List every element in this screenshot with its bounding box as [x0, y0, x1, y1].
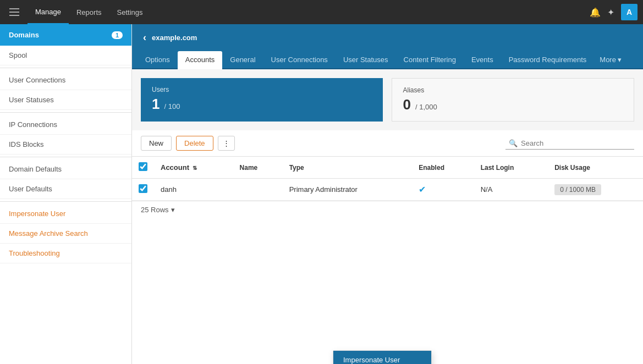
- rows-dropdown-icon[interactable]: ▾: [171, 206, 175, 214]
- aliases-value-row: 0 / 1,000: [403, 96, 623, 113]
- sidebar-item-impersonate-user[interactable]: Impersonate User: [0, 204, 131, 224]
- search-box: 🔍: [505, 137, 634, 150]
- nav-reports[interactable]: Reports: [69, 0, 109, 24]
- sidebar-divider-3: [0, 157, 131, 157]
- context-menu-impersonate-user[interactable]: Impersonate User: [333, 351, 431, 364]
- tab-more[interactable]: More ▾: [594, 51, 627, 68]
- tab-accounts[interactable]: Accounts: [178, 51, 222, 69]
- tab-user-statuses[interactable]: User Statuses: [336, 51, 396, 69]
- domain-name: example.com: [152, 34, 197, 42]
- sidebar-item-troubleshooting[interactable]: Troubleshooting: [0, 244, 131, 263]
- menu-icon[interactable]: [6, 3, 23, 21]
- sidebar-item-ids-blocks[interactable]: IDS Blocks: [0, 135, 131, 155]
- tab-options[interactable]: Options: [138, 51, 178, 69]
- context-menu: Impersonate User Enable Disable Expire P…: [333, 350, 432, 364]
- sidebar-item-user-statuses[interactable]: User Statuses: [0, 90, 131, 110]
- more-actions-button[interactable]: ⋮: [218, 136, 235, 151]
- sidebar-item-user-defaults[interactable]: User Defaults: [0, 179, 131, 199]
- toolbar: New Delete ⋮ 🔍: [132, 130, 643, 157]
- gear-icon[interactable]: ✦: [607, 7, 614, 18]
- aliases-label: Aliases: [403, 86, 623, 94]
- accounts-table: Account ⇅ Name Type Enabled Last Login D…: [132, 157, 643, 201]
- content-area: ‹ example.com Options Accounts General U…: [132, 24, 643, 364]
- col-disk-usage: Disk Usage: [548, 157, 643, 179]
- users-stat-card: Users 1 / 100: [141, 78, 383, 122]
- col-account: Account ⇅: [154, 157, 233, 179]
- search-icon: 🔍: [509, 139, 518, 147]
- sidebar: Domains 1 Spool User Connections User St…: [0, 24, 132, 364]
- sidebar-item-user-connections[interactable]: User Connections: [0, 70, 131, 90]
- cell-type: Primary Administrator: [283, 179, 413, 201]
- tab-content-filtering[interactable]: Content Filtering: [396, 51, 464, 69]
- cell-account[interactable]: danh: [154, 179, 233, 201]
- chevron-down-icon: ▾: [618, 56, 622, 64]
- stats-row: Users 1 / 100 Aliases 0 / 1,000: [132, 69, 643, 130]
- domain-header: ‹ example.com: [132, 24, 643, 51]
- users-label: Users: [152, 86, 372, 93]
- tab-events[interactable]: Events: [464, 51, 501, 69]
- user-avatar[interactable]: A: [621, 4, 637, 20]
- col-type: Type: [283, 157, 413, 179]
- sidebar-divider-4: [0, 201, 131, 202]
- rows-footer: 25 Rows ▾: [132, 201, 643, 218]
- row-checkbox[interactable]: [139, 184, 147, 193]
- sidebar-domains-button[interactable]: Domains 1: [0, 24, 131, 46]
- top-nav: Manage Reports Settings 🔔 ✦ A: [0, 0, 643, 24]
- table-area: Account ⇅ Name Type Enabled Last Login D…: [132, 157, 643, 364]
- users-sub: / 100: [164, 102, 180, 111]
- users-value: 1: [152, 96, 160, 113]
- nav-settings[interactable]: Settings: [109, 0, 151, 24]
- svg-rect-2: [9, 15, 19, 16]
- cell-disk-usage: 0 / 1000 MB: [548, 179, 643, 201]
- col-name: Name: [233, 157, 283, 179]
- sidebar-divider-2: [0, 112, 131, 113]
- col-last-login: Last Login: [474, 157, 548, 179]
- disk-usage-bar: 0 / 1000 MB: [554, 184, 601, 195]
- domain-back-button[interactable]: ‹: [143, 32, 146, 43]
- col-enabled: Enabled: [412, 157, 474, 179]
- sidebar-item-ip-connections[interactable]: IP Connections: [0, 115, 131, 135]
- sidebar-item-domain-defaults[interactable]: Domain Defaults: [0, 159, 131, 179]
- aliases-sub: / 1,000: [415, 103, 437, 111]
- enabled-check-icon: ✔: [419, 185, 426, 194]
- cell-name: [233, 179, 283, 201]
- tab-bar: Options Accounts General User Connection…: [132, 51, 643, 69]
- domains-badge: 1: [112, 31, 123, 39]
- bell-icon[interactable]: 🔔: [590, 7, 601, 18]
- search-input[interactable]: [521, 139, 631, 147]
- stat-gap: [383, 78, 392, 122]
- sidebar-item-message-archive-search[interactable]: Message Archive Search: [0, 224, 131, 244]
- main-layout: Domains 1 Spool User Connections User St…: [0, 24, 643, 364]
- svg-rect-0: [9, 8, 19, 9]
- tab-user-connections[interactable]: User Connections: [263, 51, 336, 69]
- aliases-value: 0: [403, 96, 411, 113]
- tab-general[interactable]: General: [222, 51, 263, 69]
- sidebar-item-spool[interactable]: Spool: [0, 46, 131, 65]
- delete-button[interactable]: Delete: [176, 136, 213, 151]
- new-button[interactable]: New: [141, 136, 172, 151]
- tab-password-requirements[interactable]: Password Requirements: [501, 51, 595, 69]
- sidebar-divider-1: [0, 68, 131, 68]
- sort-icon: ⇅: [193, 165, 197, 171]
- select-all-checkbox[interactable]: [139, 162, 147, 171]
- cell-last-login: N/A: [474, 179, 548, 201]
- cell-enabled: ✔: [412, 179, 474, 201]
- nav-manage[interactable]: Manage: [28, 0, 69, 24]
- users-value-row: 1 / 100: [152, 96, 372, 113]
- svg-rect-1: [9, 12, 19, 13]
- top-nav-right: 🔔 ✦ A: [590, 4, 637, 20]
- table-row: danh Primary Administrator ✔ N/A 0 / 100…: [132, 179, 643, 201]
- aliases-stat-card: Aliases 0 / 1,000: [392, 78, 635, 122]
